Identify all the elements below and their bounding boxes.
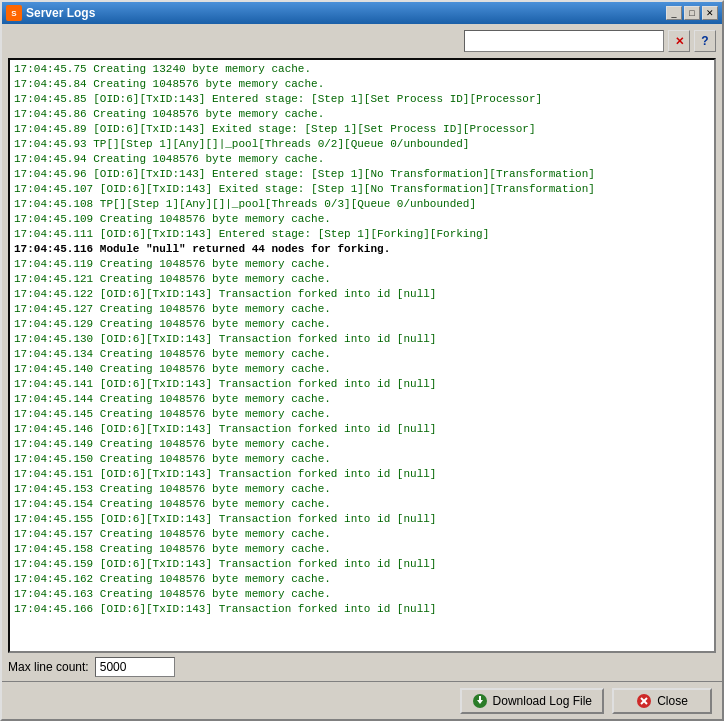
log-line: 17:04:45.155 [OID:6][TxID:143] Transacti…	[14, 512, 710, 527]
log-line: 17:04:45.153 Creating 1048576 byte memor…	[14, 482, 710, 497]
log-line: 17:04:45.129 Creating 1048576 byte memor…	[14, 317, 710, 332]
log-line: 17:04:45.121 Creating 1048576 byte memor…	[14, 272, 710, 287]
log-line: 17:04:45.86 Creating 1048576 byte memory…	[14, 107, 710, 122]
log-line: 17:04:45.107 [OID:6][TxID:143] Exited st…	[14, 182, 710, 197]
log-line: 17:04:45.140 Creating 1048576 byte memor…	[14, 362, 710, 377]
window-icon: S	[6, 5, 22, 21]
log-line: 17:04:45.85 [OID:6][TxID:143] Entered st…	[14, 92, 710, 107]
log-line: 17:04:45.119 Creating 1048576 byte memor…	[14, 257, 710, 272]
log-line: 17:04:45.116 Module "null" returned 44 n…	[14, 242, 710, 257]
bottom-bar: Download Log File Close	[2, 681, 722, 719]
clear-icon: ✕	[675, 35, 684, 48]
close-button[interactable]: Close	[612, 688, 712, 714]
log-line: 17:04:45.146 [OID:6][TxID:143] Transacti…	[14, 422, 710, 437]
max-line-count-label: Max line count:	[8, 660, 89, 674]
log-line: 17:04:45.166 [OID:6][TxID:143] Transacti…	[14, 602, 710, 617]
log-line: 17:04:45.158 Creating 1048576 byte memor…	[14, 542, 710, 557]
window-title: Server Logs	[26, 6, 95, 20]
log-line: 17:04:45.154 Creating 1048576 byte memor…	[14, 497, 710, 512]
status-bar: Max line count:	[2, 653, 722, 681]
close-title-button[interactable]: ✕	[702, 6, 718, 20]
search-input[interactable]	[464, 30, 664, 52]
log-line: 17:04:45.157 Creating 1048576 byte memor…	[14, 527, 710, 542]
log-line: 17:04:45.127 Creating 1048576 byte memor…	[14, 302, 710, 317]
download-icon	[472, 693, 488, 709]
toolbar: ✕ ?	[2, 24, 722, 58]
log-container: 17:04:45.75 Creating 13240 byte memory c…	[8, 58, 716, 653]
log-line: 17:04:45.108 TP[][Step 1][Any][]|_pool[T…	[14, 197, 710, 212]
log-line: 17:04:45.109 Creating 1048576 byte memor…	[14, 212, 710, 227]
log-line: 17:04:45.75 Creating 13240 byte memory c…	[14, 62, 710, 77]
close-label: Close	[657, 694, 688, 708]
log-line: 17:04:45.144 Creating 1048576 byte memor…	[14, 392, 710, 407]
minimize-button[interactable]: _	[666, 6, 682, 20]
log-line: 17:04:45.150 Creating 1048576 byte memor…	[14, 452, 710, 467]
log-line: 17:04:45.159 [OID:6][TxID:143] Transacti…	[14, 557, 710, 572]
help-button[interactable]: ?	[694, 30, 716, 52]
log-line: 17:04:45.122 [OID:6][TxID:143] Transacti…	[14, 287, 710, 302]
svg-text:S: S	[11, 9, 17, 18]
log-content[interactable]: 17:04:45.75 Creating 13240 byte memory c…	[10, 60, 714, 651]
log-line: 17:04:45.151 [OID:6][TxID:143] Transacti…	[14, 467, 710, 482]
download-log-button[interactable]: Download Log File	[460, 688, 604, 714]
log-line: 17:04:45.149 Creating 1048576 byte memor…	[14, 437, 710, 452]
help-icon: ?	[701, 34, 708, 48]
log-line: 17:04:45.94 Creating 1048576 byte memory…	[14, 152, 710, 167]
log-line: 17:04:45.134 Creating 1048576 byte memor…	[14, 347, 710, 362]
log-line: 17:04:45.84 Creating 1048576 byte memory…	[14, 77, 710, 92]
log-line: 17:04:45.162 Creating 1048576 byte memor…	[14, 572, 710, 587]
server-logs-window: S Server Logs _ □ ✕ ✕ ? 17:04:45.75 Crea…	[0, 0, 724, 721]
svg-rect-4	[479, 696, 481, 701]
title-bar-left: S Server Logs	[6, 5, 95, 21]
title-bar: S Server Logs _ □ ✕	[2, 2, 722, 24]
log-line: 17:04:45.93 TP[][Step 1][Any][]|_pool[Th…	[14, 137, 710, 152]
clear-search-button[interactable]: ✕	[668, 30, 690, 52]
close-btn-icon	[636, 693, 652, 709]
log-line: 17:04:45.130 [OID:6][TxID:143] Transacti…	[14, 332, 710, 347]
log-line: 17:04:45.145 Creating 1048576 byte memor…	[14, 407, 710, 422]
max-line-count-input[interactable]	[95, 657, 175, 677]
log-line: 17:04:45.111 [OID:6][TxID:143] Entered s…	[14, 227, 710, 242]
maximize-button[interactable]: □	[684, 6, 700, 20]
log-line: 17:04:45.141 [OID:6][TxID:143] Transacti…	[14, 377, 710, 392]
title-buttons: _ □ ✕	[666, 6, 718, 20]
log-line: 17:04:45.96 [OID:6][TxID:143] Entered st…	[14, 167, 710, 182]
log-line: 17:04:45.89 [OID:6][TxID:143] Exited sta…	[14, 122, 710, 137]
log-line: 17:04:45.163 Creating 1048576 byte memor…	[14, 587, 710, 602]
download-label: Download Log File	[493, 694, 592, 708]
